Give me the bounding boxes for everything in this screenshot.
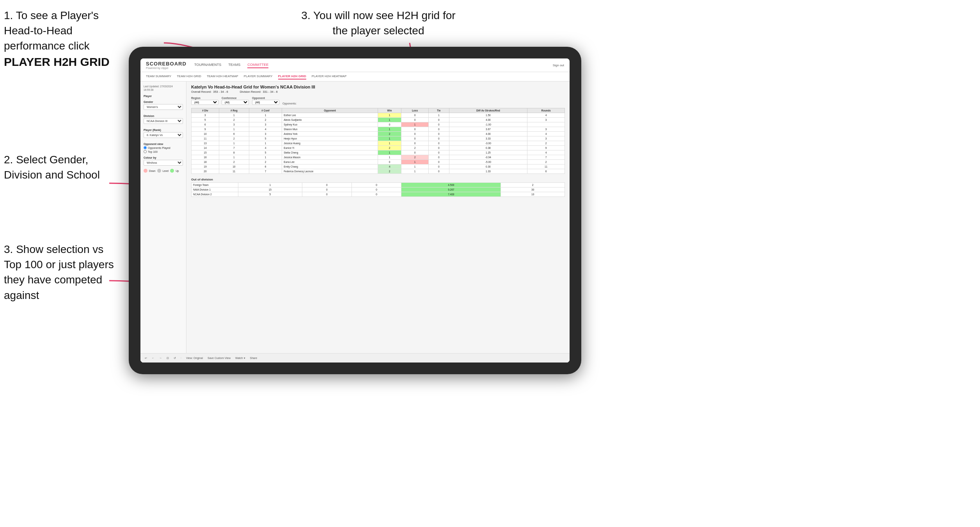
subnav-player-h2h-grid[interactable]: PLAYER H2H GRID — [278, 74, 306, 80]
cell-tie: 0 — [428, 118, 449, 122]
cell-reg: 2 — [219, 160, 249, 164]
cell-opponent: Heejo Hyun — [282, 136, 378, 141]
cell-opponent: Stella Cheng — [282, 150, 378, 155]
cell-opponent: Euna Lee — [282, 160, 378, 164]
subnav-player-summary[interactable]: PLAYER SUMMARY — [244, 74, 273, 80]
overall-record: Overall Record: 353 - 34 - 6 — [191, 90, 228, 94]
cell-tie: 0 — [428, 160, 449, 164]
cell-conf: 5 — [249, 150, 282, 155]
sign-out-link[interactable]: Sign out — [553, 64, 564, 67]
tablet-screen: SCOREBOARD Powered by clippd TOURNAMENTS… — [140, 58, 570, 363]
division-select[interactable]: NCAA Division III — [144, 118, 183, 124]
colour-by-select[interactable]: Win/loss — [144, 160, 183, 166]
cell-conf: 6 — [249, 164, 282, 169]
colour-dots: Down Level Up — [144, 169, 183, 173]
opponents-played-radio[interactable] — [144, 146, 147, 149]
cell-tie: 0 — [428, 127, 449, 132]
instruction-top-left: 1. To see a Player's Head-to-Head perfor… — [4, 8, 125, 70]
toolbar-watch[interactable]: Watch ▾ — [234, 356, 247, 360]
cell-rounds: 3 — [527, 127, 565, 132]
cell-conf: 2 — [249, 118, 282, 122]
up-label: Up — [176, 170, 179, 172]
cell-conf: 7 — [249, 169, 282, 174]
toolbar-view-original[interactable]: View: Original — [186, 356, 204, 360]
cell-diff: 0.38 — [449, 146, 527, 150]
cell-win: 2 — [378, 132, 401, 136]
header-right: Sign out — [553, 64, 564, 67]
top-100-radio[interactable] — [144, 150, 147, 153]
opponent-select[interactable]: (All) — [252, 100, 279, 105]
cell-div: 13 — [192, 141, 219, 146]
down-label: Down — [149, 170, 156, 172]
cell-diff: 1.50 — [449, 113, 527, 118]
cell-opponent: Sharon Mun — [282, 127, 378, 132]
content-subtitle: Overall Record: 353 - 34 - 6 Division Re… — [191, 90, 565, 94]
cell-div: 14 — [192, 146, 219, 150]
cell-loss: 2 — [401, 155, 429, 160]
ood-cell-loss: 0 — [302, 183, 352, 187]
table-row: 15 8 5 Stella Cheng 1 0 0 1.25 4 — [192, 150, 565, 155]
cell-div: 11 — [192, 136, 219, 141]
cell-conf: 1 — [249, 113, 282, 118]
ood-table-row: NAIA Division 1 15 0 0 9.267 30 — [192, 187, 565, 192]
division-section: Division NCAA Division III — [144, 115, 183, 126]
toolbar-save-custom-view[interactable]: Save Custom View — [206, 356, 232, 360]
opponents-played-label: Opponents Played — [148, 147, 170, 149]
cell-opponent: Jessica Mason — [282, 155, 378, 160]
colour-by-label: Colour by — [144, 156, 183, 159]
down-dot — [144, 169, 147, 173]
opponents-played-radio-row: Opponents Played — [144, 146, 183, 149]
cell-opponent: Alexis Sudjianto — [282, 118, 378, 122]
cell-reg: 11 — [219, 169, 249, 174]
cell-win: 2 — [378, 169, 401, 174]
toolbar-share[interactable]: Share — [249, 356, 259, 360]
ood-cell-diff: 4.500 — [401, 183, 501, 187]
subnav-team-h2h-heatmap[interactable]: TEAM H2H HEATMAP — [207, 74, 238, 80]
th-loss: Loss — [401, 108, 429, 113]
cell-reg: 1 — [219, 141, 249, 146]
top-100-label: Top 100 — [148, 150, 158, 153]
cell-opponent: Federica Domecq Lacroze — [282, 169, 378, 174]
th-opponent: Opponent — [282, 108, 378, 113]
cell-rounds: 4 — [527, 113, 565, 118]
cell-opponent: Eunice Yi — [282, 146, 378, 150]
ood-cell-diff: 9.267 — [401, 187, 501, 192]
cell-div: 9 — [192, 127, 219, 132]
th-tie: Tie — [428, 108, 449, 113]
cell-win: 1 — [378, 141, 401, 146]
opponent-filter: Opponent (All) — [252, 97, 279, 105]
sub-nav: TEAM SUMMARY TEAM H2H GRID TEAM H2H HEAT… — [140, 72, 570, 81]
nav-committee[interactable]: COMMITTEE — [247, 62, 268, 68]
subnav-team-h2h-grid[interactable]: TEAM H2H GRID — [177, 74, 201, 80]
opponent-view-label: Opponent view — [144, 143, 183, 145]
ood-cell-diff: 7.400 — [401, 192, 501, 197]
region-label: Region — [191, 97, 218, 99]
ood-table-row: Foreign Team 1 0 0 4.500 2 — [192, 183, 565, 187]
cell-reg: 1 — [219, 113, 249, 118]
cell-diff: -3.00 — [449, 141, 527, 146]
ood-cell-rounds: 10 — [501, 192, 565, 197]
cell-reg: 6 — [219, 132, 249, 136]
content-area: Katelyn Vo Head-to-Head Grid for Women's… — [186, 81, 570, 363]
table-row: 3 1 1 Esther Lee 1 0 1 1.50 4 — [192, 113, 565, 118]
cell-opponent: Jessica Huang — [282, 141, 378, 146]
th-diff: Diff Av Strokes/Rnd — [449, 108, 527, 113]
cell-rounds: 6 — [527, 169, 565, 174]
ood-cell-opponent: NCAA Division 2 — [192, 192, 238, 197]
subnav-player-h2h-heatmap[interactable]: PLAYER H2H HEATMAP — [312, 74, 347, 80]
gender-select[interactable]: Women's — [144, 104, 183, 110]
player-rank-select[interactable]: 8. Katelyn Vo — [144, 132, 183, 138]
nav-teams[interactable]: TEAMS — [228, 62, 240, 68]
cell-loss: 0 — [401, 132, 429, 136]
nav-tournaments[interactable]: TOURNAMENTS — [194, 62, 221, 68]
cell-rounds: 11 — [527, 164, 565, 169]
conference-select[interactable]: (All) — [222, 100, 249, 105]
cell-reg: 2 — [219, 118, 249, 122]
cell-opponent: Emily Chang — [282, 164, 378, 169]
ood-cell-rounds: 30 — [501, 187, 565, 192]
cell-tie: 0 — [428, 146, 449, 150]
opponents-label: Opponents: — [282, 102, 296, 105]
region-select[interactable]: (All) — [191, 100, 218, 105]
cell-div: 15 — [192, 150, 219, 155]
subnav-team-summary[interactable]: TEAM SUMMARY — [146, 74, 171, 80]
